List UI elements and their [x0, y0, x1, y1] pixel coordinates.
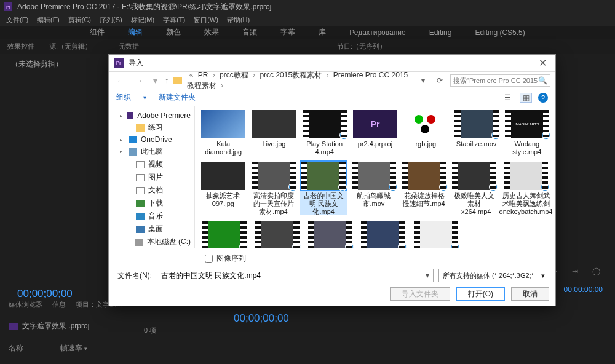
nav-recent-icon[interactable]: ▾: [151, 76, 160, 85]
workspace-tab[interactable]: 组件: [90, 27, 105, 38]
breadcrumb-drop-icon[interactable]: ▾: [418, 76, 429, 85]
filter-text: 所有支持的媒体 (*.264;*.3G2;*: [443, 271, 534, 280]
image-sequence-label: 图像序列: [216, 253, 246, 264]
filename-drop-icon[interactable]: ▾: [421, 269, 433, 282]
organize-menu[interactable]: 组织: [116, 92, 131, 103]
file-item[interactable]: 高清实拍印度的一天宣传片素材.mp4: [250, 162, 297, 215]
workspace-tab[interactable]: 编辑: [128, 27, 143, 38]
file-item[interactable]: [253, 221, 302, 248]
menu-item[interactable]: 编辑(E): [37, 15, 60, 25]
tab-metadata[interactable]: 元数据: [111, 39, 146, 54]
file-label: 抽象派艺术097.jpg: [200, 192, 247, 207]
project-item[interactable]: 文字遮罩效果 .prproj: [9, 321, 89, 331]
menu-item[interactable]: 序列(S): [100, 15, 122, 25]
tree-item[interactable]: 文档: [109, 184, 194, 197]
folder-tree: ▸Adobe Premiere练习▸OneDrive▸此电脑视频图片文档下载音乐…: [109, 106, 195, 248]
items-count: 0 项: [144, 326, 156, 335]
menu-item[interactable]: 字幕(T): [163, 15, 185, 25]
file-item[interactable]: [359, 221, 408, 248]
image-sequence-checkbox[interactable]: [205, 255, 213, 263]
view-thumb-icon[interactable]: ▦: [520, 93, 532, 103]
file-item[interactable]: Kula diamond.jpg: [200, 110, 247, 156]
tree-item[interactable]: ▸此电脑: [109, 145, 194, 158]
menu-item[interactable]: 剪辑(C): [68, 15, 91, 25]
project-name: 文字遮罩效果 .prproj: [22, 321, 89, 331]
refresh-icon[interactable]: ⟳: [434, 76, 445, 85]
search-input[interactable]: [453, 77, 538, 84]
menu-item[interactable]: 文件(F): [6, 15, 28, 25]
loop-icon[interactable]: ◯: [592, 267, 600, 275]
file-item[interactable]: 历史古人舞剑武术唯美飘逸练剑onekeybatch.mp4: [501, 162, 550, 215]
file-item[interactable]: [200, 221, 249, 248]
file-label: 历史古人舞剑武术唯美飘逸练剑onekeybatch.mp4: [499, 192, 553, 215]
tab-source[interactable]: 源:（无剪辑）: [42, 39, 99, 54]
workspace-tab[interactable]: Редактирование: [349, 28, 405, 37]
filename-input[interactable]: [157, 269, 421, 282]
nav-up-icon[interactable]: ↑: [165, 76, 169, 85]
tree-item[interactable]: 桌面: [109, 223, 194, 235]
tree-item[interactable]: 下载: [109, 197, 194, 210]
project-icon: [9, 323, 18, 330]
file-item[interactable]: 航拍鸟瞰城市.mov: [351, 162, 397, 215]
tab-info[interactable]: 信息: [52, 300, 66, 309]
tree-item[interactable]: 音乐: [109, 210, 194, 223]
menu-bar: 文件(F)编辑(E)剪辑(C)序列(S)标记(M)字幕(T)窗口(W)帮助(H): [0, 14, 615, 26]
import-folder-button[interactable]: 导入文件夹: [390, 287, 450, 301]
file-label: Kula diamond.jpg: [200, 140, 247, 156]
workspace-tab[interactable]: 效果: [204, 27, 219, 38]
workspace-tab[interactable]: 字幕: [280, 27, 295, 38]
file-item[interactable]: IMAGIN' ARTSWudang style.mp4: [504, 110, 550, 156]
close-button[interactable]: ✕: [535, 57, 550, 69]
help-icon[interactable]: ?: [538, 93, 548, 103]
workspace-tab[interactable]: 颜色: [166, 27, 181, 38]
file-label: 古老的中国文明 民族文化.mp4: [300, 192, 347, 215]
tab-program[interactable]: 节目:（无序列）: [330, 39, 394, 54]
file-item[interactable]: Play Station 4.mp4: [301, 110, 348, 156]
menu-item[interactable]: 窗口(W): [194, 15, 218, 25]
file-label: Live.jpg: [262, 140, 285, 148]
file-item[interactable]: Prpr2.4.prproj: [352, 110, 399, 156]
filter-drop-icon: ▾: [541, 272, 545, 280]
tree-item[interactable]: 图片: [109, 171, 194, 184]
menu-item[interactable]: 帮助(H): [227, 15, 250, 25]
file-item[interactable]: rgb.jpg: [402, 110, 449, 156]
search-box[interactable]: 🔍: [450, 74, 550, 87]
workspace-tab[interactable]: 库: [319, 27, 326, 38]
new-folder-button[interactable]: 新建文件夹: [159, 92, 196, 103]
cancel-button[interactable]: 取消: [511, 287, 549, 301]
file-item[interactable]: [306, 221, 355, 248]
tab-media-browser[interactable]: 媒体浏览器: [9, 300, 42, 309]
tree-item[interactable]: 本地磁盘 (C:): [109, 235, 194, 248]
file-item[interactable]: 花朵绽放棒格慢速细节.mp4: [401, 162, 448, 215]
file-item[interactable]: 极致唯美人文素材_x264.mp4: [451, 162, 498, 215]
dialog-icon: Pr: [114, 58, 124, 68]
filter-combo[interactable]: 所有支持的媒体 (*.264;*.3G2;* ▾: [438, 269, 549, 282]
file-label: 航拍鸟瞰城市.mov: [351, 192, 397, 207]
col-fps[interactable]: 帧速率: [60, 344, 82, 352]
filename-combo[interactable]: ▾: [157, 269, 434, 282]
file-item[interactable]: [411, 221, 461, 248]
workspace-tab[interactable]: Editing: [429, 28, 452, 37]
tree-item[interactable]: 练习: [109, 121, 194, 134]
search-icon[interactable]: 🔍: [538, 76, 547, 85]
nav-back-icon[interactable]: ←: [114, 76, 127, 85]
file-item[interactable]: Live.jpg: [250, 110, 297, 156]
tree-item[interactable]: ▸OneDrive: [109, 134, 194, 145]
tree-item[interactable]: ▸Adobe Premiere: [109, 110, 194, 121]
nav-fwd-icon[interactable]: →: [132, 76, 146, 85]
goto-out-icon[interactable]: ⇥: [571, 267, 579, 275]
file-item[interactable]: Stabilize.mov: [453, 110, 499, 156]
file-item[interactable]: 古老的中国文明 民族文化.mp4: [300, 162, 347, 215]
workspace-tab[interactable]: 音频: [242, 27, 257, 38]
col-name[interactable]: 名称: [9, 343, 23, 354]
file-item[interactable]: 抽象派艺术097.jpg: [200, 162, 247, 215]
open-button[interactable]: 打开(O): [456, 287, 505, 301]
tab-effect-controls[interactable]: 效果控件: [0, 39, 42, 54]
workspace-tab[interactable]: Editing (CS5.5): [475, 28, 525, 37]
breadcrumb[interactable]: « PR › prcc教程 › prcc 2015教程素材 › Premiere…: [187, 70, 410, 91]
tree-item[interactable]: 视频: [109, 158, 194, 171]
file-label: 高清实拍印度的一天宣传片素材.mp4: [250, 192, 297, 215]
view-list-icon[interactable]: ☰: [501, 93, 514, 103]
menu-item[interactable]: 标记(M): [131, 15, 155, 25]
file-label: rgb.jpg: [415, 140, 436, 148]
